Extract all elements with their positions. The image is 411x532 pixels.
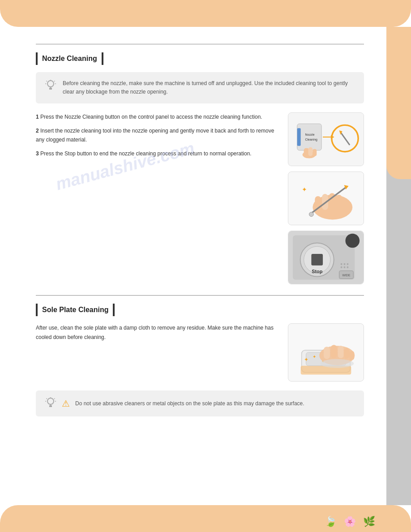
step1-num: 1 xyxy=(36,114,39,120)
svg-text:Cleaning: Cleaning xyxy=(305,138,317,142)
svg-point-47 xyxy=(344,266,346,268)
bottom-icons: 🍃 🌸 🌿 xyxy=(325,516,375,528)
right-sidebar xyxy=(386,27,411,505)
step2-num: 2 xyxy=(36,128,39,134)
warning-tip-box: ⚠ Do not use abrasive cleaners or metal … xyxy=(36,390,364,416)
svg-rect-59 xyxy=(338,346,344,359)
step2-image: ✦ xyxy=(288,172,364,225)
heading-bar-right xyxy=(102,52,103,65)
svg-text:WIDE: WIDE xyxy=(342,274,350,277)
svg-line-69 xyxy=(54,399,55,399)
top-divider xyxy=(36,44,364,44)
section2-paragraph: After use, clean the sole plate with a d… xyxy=(36,323,279,342)
svg-rect-60 xyxy=(344,348,350,359)
heading2-bar-left xyxy=(36,304,38,316)
svg-rect-58 xyxy=(331,345,337,359)
svg-rect-29 xyxy=(342,199,348,211)
step3-image: Stop WIDE xyxy=(288,231,364,284)
svg-text:✦: ✦ xyxy=(313,354,316,359)
svg-point-63 xyxy=(47,398,54,404)
section2: Sole Plate Cleaning After use, clean the… xyxy=(36,295,364,416)
svg-line-5 xyxy=(47,81,47,82)
step2-text: 2 Insert the nozzle cleaning tool into t… xyxy=(36,126,279,145)
warning-bulb-icon xyxy=(45,397,56,410)
heading-bar-left xyxy=(36,52,38,65)
step1-image: Nozzle Cleaning xyxy=(288,112,364,166)
svg-rect-17 xyxy=(313,149,317,156)
bottom-decorative-bar: 🍃 🌸 🌿 xyxy=(0,505,411,532)
steps-text-1: 1 Press the Nozzle Cleaning button on th… xyxy=(36,112,279,284)
svg-rect-28 xyxy=(336,195,342,209)
section2-text: After use, clean the sole plate with a d… xyxy=(36,323,279,382)
step3-text: 3 Press the Stop button to end the nozzl… xyxy=(36,149,279,158)
svg-line-6 xyxy=(54,81,55,82)
svg-point-62 xyxy=(320,359,354,368)
section2-heading: Sole Plate Cleaning xyxy=(36,304,364,316)
svg-rect-39 xyxy=(311,254,323,266)
svg-rect-16 xyxy=(308,147,313,156)
caution-triangle-icon: ⚠ xyxy=(62,398,70,409)
svg-point-43 xyxy=(341,263,342,265)
svg-rect-10 xyxy=(297,124,321,150)
section2-image: ✦ ✦ ✦ xyxy=(288,323,364,382)
svg-text:Nozzle: Nozzle xyxy=(305,133,315,136)
section2-title: Sole Plate Cleaning xyxy=(42,306,108,314)
section1-heading: Nozzle Cleaning xyxy=(36,52,364,65)
section1-title: Nozzle Cleaning xyxy=(42,55,97,63)
svg-point-36 xyxy=(345,234,360,248)
warning-tip-text: Do not use abrasive cleaners or metal ob… xyxy=(75,400,304,407)
steps-images-1: Nozzle Cleaning xyxy=(288,112,364,284)
top-decorative-bar xyxy=(0,0,411,27)
svg-text:✦: ✦ xyxy=(302,186,307,193)
svg-rect-57 xyxy=(324,347,330,360)
bulb-icon-1 xyxy=(45,79,56,93)
svg-point-48 xyxy=(347,266,348,268)
svg-point-45 xyxy=(347,263,348,265)
main-content: Nozzle Cleaning Before cleaning the nozz… xyxy=(0,27,386,505)
right-sidebar-top xyxy=(386,27,411,179)
svg-rect-11 xyxy=(297,129,301,146)
tip-box-1: Before cleaning the nozzle, make sure th… xyxy=(36,72,364,103)
heading2-bar-right xyxy=(113,304,115,316)
step3-num: 3 xyxy=(36,150,39,157)
second-steps-layout: After use, clean the sole plate with a d… xyxy=(36,323,364,382)
svg-text:Stop: Stop xyxy=(312,269,322,274)
svg-point-0 xyxy=(47,81,54,87)
steps-layout-1: 1 Press the Nozzle Cleaning button on th… xyxy=(36,112,364,284)
svg-line-68 xyxy=(47,399,47,399)
svg-point-46 xyxy=(341,266,342,268)
svg-rect-61 xyxy=(349,351,354,360)
tip-text-1: Before cleaning the nozzle, make sure th… xyxy=(63,79,355,96)
svg-point-32 xyxy=(309,212,313,217)
step1-text: 1 Press the Nozzle Cleaning button on th… xyxy=(36,112,279,121)
svg-text:✦: ✦ xyxy=(304,356,308,363)
section2-divider xyxy=(36,295,364,296)
svg-point-44 xyxy=(344,263,346,265)
